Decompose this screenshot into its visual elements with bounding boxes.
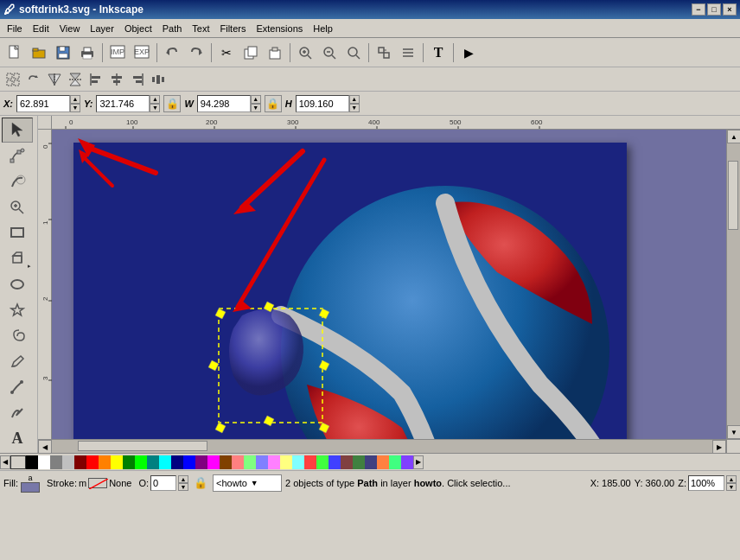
color-lime[interactable]: [316, 455, 329, 469]
minimize-button[interactable]: −: [692, 3, 705, 16]
menu-edit[interactable]: Edit: [28, 22, 54, 35]
color-red[interactable]: [86, 455, 99, 469]
color-mauve[interactable]: [341, 455, 353, 469]
copy-button[interactable]: [239, 41, 262, 64]
color-teal[interactable]: [147, 455, 159, 469]
align-button[interactable]: [397, 41, 419, 64]
color-green[interactable]: [135, 455, 147, 469]
star-tool[interactable]: [2, 297, 33, 322]
color-white[interactable]: [38, 455, 50, 469]
tweak-tool[interactable]: [2, 169, 33, 194]
print-button[interactable]: [76, 41, 99, 64]
vscroll-thumb[interactable]: [728, 161, 738, 230]
hscroll-left[interactable]: ◀: [38, 440, 52, 453]
color-lightgreen[interactable]: [244, 455, 256, 469]
zoom-spin-up[interactable]: ▲: [726, 475, 737, 483]
color-purple[interactable]: [195, 455, 207, 469]
zoom-input[interactable]: [688, 475, 724, 491]
vscroll-track[interactable]: [727, 143, 740, 425]
flip-h-btn[interactable]: [45, 70, 64, 89]
zoom-fit-button[interactable]: [342, 41, 365, 64]
color-blue[interactable]: [183, 455, 195, 469]
color-lightblue[interactable]: [256, 455, 268, 469]
node-edit-tool[interactable]: [2, 143, 33, 169]
y-spin-down[interactable]: ▼: [150, 104, 160, 112]
color-lightpurple[interactable]: [268, 455, 280, 469]
palette-scroll-left[interactable]: ◀: [0, 455, 10, 469]
color-brown[interactable]: [220, 455, 232, 469]
lock-icon[interactable]: 🔒: [194, 476, 207, 489]
opacity-spin-up[interactable]: ▲: [178, 475, 188, 483]
color-lightcyan[interactable]: [292, 455, 304, 469]
hscroll-right[interactable]: ▶: [712, 440, 726, 453]
stroke-box[interactable]: [88, 478, 107, 488]
pencil-tool[interactable]: [2, 349, 33, 374]
h-input[interactable]: [296, 95, 349, 112]
vscroll-down[interactable]: ▼: [727, 425, 740, 439]
lock-wh-button[interactable]: 🔒: [265, 95, 282, 112]
hscroll-thumb[interactable]: [78, 441, 207, 451]
distribute-btn[interactable]: [149, 70, 168, 89]
spiral-tool[interactable]: [2, 323, 33, 348]
color-mint[interactable]: [389, 455, 401, 469]
maximize-button[interactable]: □: [707, 3, 721, 16]
color-yellow[interactable]: [111, 455, 123, 469]
palette-scroll-right[interactable]: ▶: [413, 455, 424, 469]
select-all-btn[interactable]: [3, 70, 22, 89]
transform-button[interactable]: [373, 41, 395, 64]
undo-button[interactable]: [161, 41, 183, 64]
menu-text[interactable]: Text: [187, 22, 214, 35]
ellipse-tool[interactable]: [2, 272, 33, 297]
redo-button[interactable]: [185, 41, 207, 64]
w-input[interactable]: [197, 95, 251, 112]
close-button[interactable]: ×: [723, 3, 737, 16]
zoom-tool[interactable]: [2, 194, 33, 220]
y-spin-up[interactable]: ▲: [150, 95, 160, 104]
lock-aspect-button[interactable]: 🔒: [163, 95, 181, 112]
w-spin-up[interactable]: ▲: [251, 95, 261, 104]
menu-view[interactable]: View: [54, 22, 86, 35]
text-tool-button[interactable]: T: [427, 41, 450, 64]
save-button[interactable]: [52, 41, 74, 64]
menu-layer[interactable]: Layer: [85, 22, 119, 35]
open-button[interactable]: [28, 41, 50, 64]
color-gray1[interactable]: [50, 455, 62, 469]
color-salmon[interactable]: [304, 455, 316, 469]
color-darkgreen[interactable]: [123, 455, 135, 469]
x-input[interactable]: [16, 95, 70, 112]
y-input[interactable]: [96, 95, 150, 112]
menu-object[interactable]: Object: [119, 22, 157, 35]
color-darkred[interactable]: [74, 455, 86, 469]
zoom-out-button[interactable]: [318, 41, 341, 64]
w-spin-down[interactable]: ▼: [251, 104, 261, 112]
x-spin-up[interactable]: ▲: [70, 95, 80, 104]
more-button[interactable]: ▶: [457, 41, 480, 64]
menu-extensions[interactable]: Extensions: [251, 22, 308, 35]
zoom-in-button[interactable]: [294, 41, 316, 64]
color-gray2[interactable]: [62, 455, 74, 469]
layer-selector[interactable]: <howto ▼: [213, 474, 282, 492]
rect-tool[interactable]: [2, 220, 33, 245]
paste-button[interactable]: [264, 41, 286, 64]
color-lightyellow[interactable]: [280, 455, 292, 469]
color-slate[interactable]: [365, 455, 377, 469]
export-button[interactable]: EXP: [131, 41, 153, 64]
color-pink[interactable]: [232, 455, 244, 469]
color-olive[interactable]: [353, 455, 365, 469]
h-spin-down[interactable]: ▼: [349, 104, 360, 112]
fill-box[interactable]: [21, 482, 40, 493]
zoom-spin-down[interactable]: ▼: [726, 483, 737, 491]
h-spin-up[interactable]: ▲: [349, 95, 360, 104]
calligraphy-tool[interactable]: [2, 400, 33, 425]
menu-filters[interactable]: Filters: [215, 22, 252, 35]
hscroll-track[interactable]: [52, 440, 712, 453]
snap-rotate-btn[interactable]: [24, 70, 43, 89]
text-tool[interactable]: A: [2, 426, 33, 451]
color-periwinkle[interactable]: [401, 455, 413, 469]
new-button[interactable]: [3, 41, 26, 64]
vscrollbar[interactable]: ▲ ▼: [726, 130, 740, 439]
flip-v-btn[interactable]: [66, 70, 85, 89]
align-right-btn[interactable]: [128, 70, 147, 89]
no-fill-swatch[interactable]: [10, 455, 26, 469]
color-cyan[interactable]: [159, 455, 171, 469]
